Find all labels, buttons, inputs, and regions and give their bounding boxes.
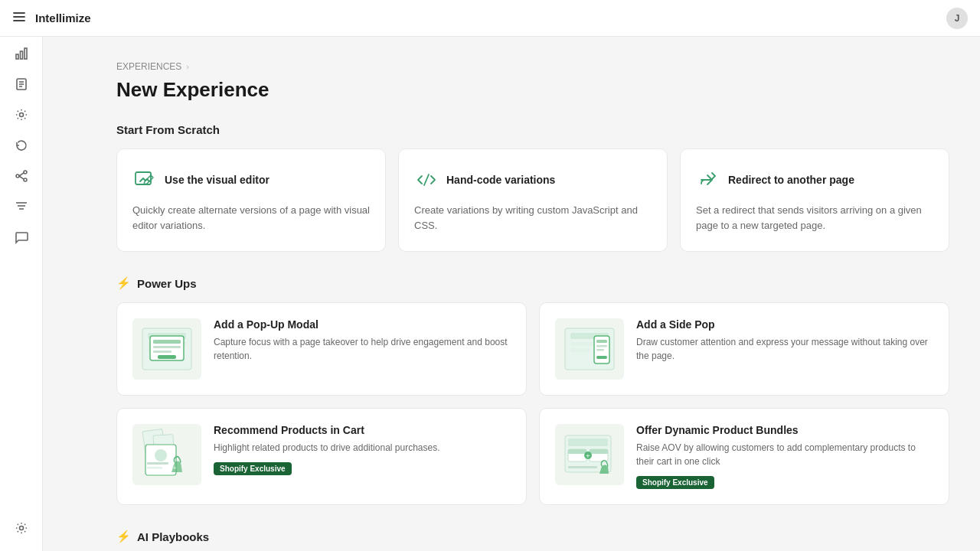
svg-point-17 bbox=[24, 178, 27, 181]
breadcrumb-parent[interactable]: EXPERIENCES bbox=[116, 61, 181, 72]
svg-rect-32 bbox=[153, 346, 181, 348]
hand-code-card[interactable]: Hand-code variations Create variations b… bbox=[398, 148, 668, 252]
svg-rect-52 bbox=[568, 439, 608, 446]
svg-point-14 bbox=[19, 113, 23, 117]
sidebar-item-history[interactable] bbox=[8, 132, 35, 159]
svg-rect-42 bbox=[596, 349, 604, 351]
main-content: EXPERIENCES › New Experience Start From … bbox=[86, 37, 980, 551]
svg-line-25 bbox=[424, 174, 429, 185]
sidebar-item-analytics[interactable] bbox=[8, 40, 35, 67]
hand-code-desc: Create variations by writing custom Java… bbox=[414, 203, 652, 233]
visual-editor-icon bbox=[132, 168, 157, 192]
recommend-products-title: Recommend Products in Cart bbox=[214, 424, 511, 436]
redirect-card[interactable]: Redirect to another page Set a redirect … bbox=[680, 148, 949, 252]
breadcrumb-separator: › bbox=[186, 62, 189, 71]
svg-point-23 bbox=[19, 527, 23, 530]
sidebar-item-reports[interactable] bbox=[8, 70, 35, 98]
svg-rect-33 bbox=[153, 350, 172, 353]
sidebar-item-gear[interactable] bbox=[8, 514, 35, 542]
svg-line-18 bbox=[19, 173, 24, 176]
side-pop-desc: Draw customer attention and express your… bbox=[636, 335, 933, 363]
svg-rect-55 bbox=[568, 449, 586, 454]
header: Intellimize J bbox=[0, 0, 980, 37]
svg-rect-40 bbox=[596, 340, 607, 343]
scratch-section-title: Start From Scratch bbox=[116, 123, 949, 136]
svg-rect-37 bbox=[570, 342, 593, 346]
side-pop-title: Add a Side Pop bbox=[636, 318, 933, 331]
svg-point-15 bbox=[16, 174, 19, 178]
sidebar-item-filters[interactable] bbox=[8, 193, 35, 220]
svg-rect-8 bbox=[20, 51, 22, 59]
svg-point-47 bbox=[155, 449, 167, 461]
visual-editor-card[interactable]: Use the visual editor Quickly create alt… bbox=[116, 148, 386, 252]
side-pop-image bbox=[555, 318, 624, 380]
sidebar-item-settings-main[interactable] bbox=[8, 101, 35, 129]
product-bundles-title: Offer Dynamic Product Bundles bbox=[636, 424, 933, 436]
svg-rect-31 bbox=[153, 340, 181, 344]
sidebar bbox=[0, 0, 43, 551]
ai-playbooks-section-title: ⚡ AI Playbooks bbox=[116, 530, 949, 543]
product-bundles-card[interactable]: + Offer Dynamic Product Bundles Raise AO… bbox=[539, 408, 949, 505]
svg-text:+: + bbox=[586, 452, 590, 460]
product-bundles-badge: Shopify Exclusive bbox=[636, 476, 714, 489]
app-logo: Intellimize bbox=[35, 11, 946, 24]
svg-rect-34 bbox=[158, 355, 176, 359]
svg-rect-7 bbox=[16, 54, 18, 59]
side-pop-card[interactable]: Add a Side Pop Draw customer attention a… bbox=[539, 302, 949, 396]
redirect-desc: Set a redirect that sends visitors arriv… bbox=[696, 203, 933, 233]
svg-rect-56 bbox=[590, 449, 608, 454]
redirect-icon bbox=[696, 168, 720, 192]
recommend-products-card[interactable]: + Recommend Products in Cart Highlight r… bbox=[116, 408, 527, 505]
popup-modal-desc: Capture focus with a page takeover to he… bbox=[214, 335, 511, 363]
svg-rect-50 bbox=[147, 467, 162, 469]
svg-rect-43 bbox=[596, 356, 607, 359]
svg-rect-59 bbox=[568, 466, 597, 468]
power-ups-section-title: ⚡ Power Ups bbox=[116, 276, 949, 290]
popup-modal-title: Add a Pop-Up Modal bbox=[214, 318, 511, 331]
power-ups-icon: ⚡ bbox=[116, 276, 131, 290]
ai-playbooks-icon: ⚡ bbox=[116, 530, 131, 543]
product-bundles-image: + bbox=[555, 424, 624, 485]
recommend-products-image: + bbox=[132, 424, 201, 485]
hand-code-title: Hand-code variations bbox=[446, 174, 555, 186]
product-bundles-desc: Raise AOV by allowing customers to add c… bbox=[636, 441, 933, 468]
menu-icon[interactable] bbox=[12, 10, 26, 27]
sidebar-item-integrations[interactable] bbox=[8, 162, 35, 190]
redirect-title: Redirect to another page bbox=[728, 174, 854, 186]
visual-editor-desc: Quickly create alternate versions of a p… bbox=[132, 203, 370, 233]
sidebar-item-messages[interactable] bbox=[8, 223, 35, 251]
user-avatar[interactable]: J bbox=[946, 8, 968, 29]
recommend-products-badge: Shopify Exclusive bbox=[214, 462, 292, 475]
svg-rect-9 bbox=[24, 48, 27, 59]
code-icon bbox=[414, 168, 439, 192]
popup-modal-image bbox=[132, 318, 201, 380]
scratch-cards: Use the visual editor Quickly create alt… bbox=[116, 148, 949, 252]
power-ups-cards: Add a Pop-Up Modal Capture focus with a … bbox=[116, 302, 949, 505]
svg-point-16 bbox=[24, 171, 27, 174]
page-title: New Experience bbox=[116, 78, 949, 102]
popup-modal-card[interactable]: Add a Pop-Up Modal Capture focus with a … bbox=[116, 302, 527, 396]
visual-editor-title: Use the visual editor bbox=[165, 174, 270, 186]
svg-rect-41 bbox=[596, 345, 607, 347]
recommend-products-desc: Highlight related products to drive addi… bbox=[214, 441, 511, 455]
svg-line-19 bbox=[19, 176, 24, 179]
breadcrumb: EXPERIENCES › bbox=[116, 61, 949, 72]
svg-text:+: + bbox=[173, 465, 177, 471]
svg-rect-49 bbox=[147, 462, 168, 465]
svg-rect-38 bbox=[570, 348, 590, 352]
